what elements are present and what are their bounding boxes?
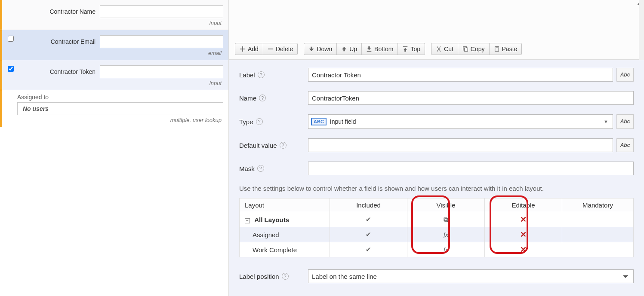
bottom-button[interactable]: Bottom [361,43,397,55]
form-fields-panel: Contractor Name input Contractor Email e… [0,0,229,296]
row-name: All Layouts [254,216,289,223]
clipboard-icon [494,46,500,52]
button-label: Paste [502,46,518,52]
help-icon[interactable]: ? [258,71,265,78]
top-button[interactable]: Top [397,43,425,55]
fx-icon[interactable]: fx [444,246,448,253]
prop-label-mask: Mask ? [239,165,308,172]
table-row[interactable]: Work Complete ✔ fx ✕ [240,242,634,257]
check-icon[interactable]: ✔ [366,246,371,253]
help-icon[interactable]: ? [282,273,289,280]
row-checkbox[interactable] [8,36,14,42]
field-row-contractor-token[interactable]: Contractor Token input [0,60,228,90]
x-icon[interactable]: ✕ [520,215,527,224]
layout-table-wrap: Layout Included Visible Editable Mandato… [239,198,634,257]
plus-icon [240,46,246,52]
prop-label-label: Label ? [239,71,308,79]
prop-label-labelposition: Label position ? [239,273,308,280]
mandatory-cell[interactable] [562,242,634,257]
svg-rect-0 [268,49,273,49]
button-label: Copy [471,46,485,52]
label-position-select[interactable]: Label on the same line [308,269,634,283]
prop-label-default: Default value ? [239,142,308,149]
selection-indicator [0,60,2,90]
button-label: Top [410,46,420,52]
mandatory-cell[interactable] [562,227,634,242]
svg-rect-4 [496,46,498,48]
contractor-token-input[interactable] [100,65,223,78]
field-properties-panel: Add Delete Down Up Bottom [229,0,644,296]
chevron-down-icon: ▼ [604,119,610,124]
toolbar: Add Delete Down Up Bottom [229,0,644,60]
arrow-bottom-icon [366,46,372,52]
field-row-contractor-email[interactable]: Contractor Email email [0,30,228,60]
help-icon[interactable]: ? [257,165,264,172]
button-label: Add [248,46,259,52]
assigned-to-block: Assigned to No users multiple, user look… [0,90,228,127]
cut-button[interactable]: Cut [431,43,458,55]
assigned-users-field[interactable]: No users [17,102,223,115]
collapse-icon[interactable]: − [245,218,250,223]
label-input[interactable] [308,68,613,82]
mandatory-cell[interactable] [562,212,634,227]
paste-button[interactable]: Paste [489,43,522,55]
contractor-name-input[interactable] [100,5,223,18]
field-label: Contractor Token [5,68,96,75]
x-icon[interactable]: ✕ [520,230,527,239]
button-label: Delete [276,46,293,52]
table-row[interactable]: − All Layouts ✔ ⧉ ✕ [240,212,634,227]
help-icon[interactable]: ? [259,95,266,101]
field-type-tag: input [5,18,223,29]
check-icon[interactable]: ✔ [366,216,371,223]
assigned-type-tag: multiple, user lookup [13,115,223,126]
default-value-input[interactable] [308,138,613,152]
button-label: Bottom [374,46,393,52]
arrow-up-icon [341,46,347,52]
type-dropdown[interactable]: ABC Input field ▼ [308,114,613,129]
prop-label-name: Name ? [239,95,308,102]
arrow-top-icon [402,46,408,52]
selection-indicator [0,0,2,30]
layout-instruction-text: Use the settings below to control whethe… [239,185,634,192]
copy-stack-icon[interactable]: ⧉ [444,216,448,223]
row-name: Assigned [253,231,279,238]
fx-icon[interactable]: fx [444,231,448,238]
abc-type-button[interactable]: Abc [616,114,634,129]
contractor-email-input[interactable] [100,35,223,48]
col-header-mandatory: Mandatory [562,198,634,212]
assigned-title: Assigned to [13,94,223,101]
name-input[interactable] [308,91,634,105]
abc-type-button[interactable]: Abc [616,138,634,152]
button-label: Up [349,46,357,52]
copy-button[interactable]: Copy [458,43,489,55]
mask-input[interactable] [308,162,634,175]
field-type-tag: input [5,78,223,89]
delete-button[interactable]: Delete [263,43,297,55]
row-checkbox[interactable] [8,66,14,72]
check-icon[interactable]: ✔ [366,231,371,238]
arrow-down-icon [308,46,314,52]
selection-indicator [0,30,2,60]
x-icon[interactable]: ✕ [520,245,527,254]
minus-icon [268,46,274,52]
button-label: Cut [444,46,453,52]
copy-icon [462,46,468,52]
abc-chip-icon: ABC [311,118,327,125]
up-button[interactable]: Up [336,43,361,55]
col-header-included: Included [330,198,407,212]
prop-label-type: Type ? [239,118,308,125]
down-button[interactable]: Down [304,43,336,55]
col-header-visible: Visible [407,198,485,212]
row-name: Work Complete [253,246,297,253]
field-label: Contractor Email [5,38,96,45]
col-header-layout: Layout [240,198,330,212]
field-label: Contractor Name [5,8,96,15]
table-row[interactable]: Assigned ✔ fx ✕ [240,227,634,242]
abc-type-button[interactable]: Abc [616,68,634,82]
field-row-contractor-name[interactable]: Contractor Name input [0,0,228,30]
properties-form: Label ? Abc Name ? Type [229,60,644,296]
help-icon[interactable]: ? [256,118,263,125]
add-button[interactable]: Add [235,43,263,55]
scissors-icon [436,46,442,52]
help-icon[interactable]: ? [280,142,287,149]
